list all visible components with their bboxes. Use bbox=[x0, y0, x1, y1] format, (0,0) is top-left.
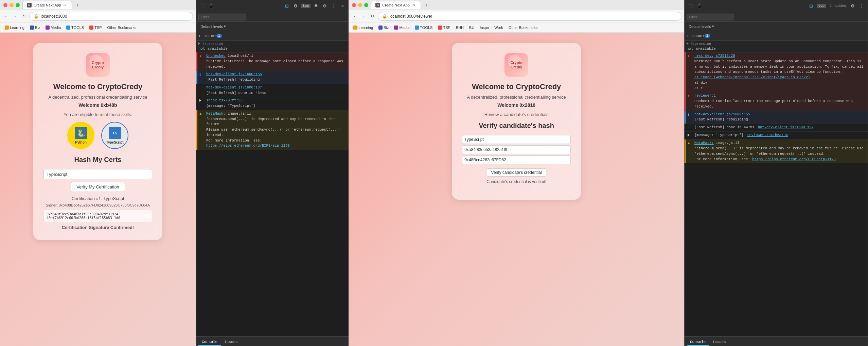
right-bookmark-biz[interactable]: Biz bbox=[376, 25, 391, 30]
left-tab-close[interactable]: × bbox=[63, 3, 68, 7]
right-devtools-settings-btn[interactable]: ⚙ bbox=[849, 3, 856, 10]
left-verify-btn[interactable]: Verify My Certification bbox=[71, 182, 125, 192]
left-log-index-link[interactable]: index.tsx707ff:35 bbox=[206, 98, 243, 102]
left-cert-input[interactable] bbox=[43, 169, 152, 179]
right-console-tab[interactable]: Console bbox=[687, 339, 709, 346]
right-filter-input[interactable] bbox=[687, 14, 734, 20]
right-bookmark-tsp[interactable]: TSP bbox=[436, 25, 452, 30]
left-log-object-1: index.tsx707ff:35 {message: 'TypeScript'… bbox=[196, 97, 349, 110]
left-tab-favicon: N bbox=[27, 3, 32, 7]
right-bookmark-tools[interactable]: TOOLS bbox=[413, 25, 435, 30]
right-maximize-btn[interactable] bbox=[364, 3, 368, 7]
right-bookmark-bhh[interactable]: BHH bbox=[454, 25, 466, 30]
right-verify-cred-btn[interactable]: Verify candidate's credential bbox=[487, 168, 546, 177]
left-bookmark-biz[interactable]: Biz bbox=[28, 25, 42, 30]
left-devtools-inspect-btn[interactable]: ⬚ bbox=[199, 3, 206, 10]
right-bookmark-bu[interactable]: BU bbox=[467, 25, 476, 30]
right-devtools-device-btn[interactable]: 📱 bbox=[696, 3, 703, 10]
right-log-metamask-link[interactable]: MetaMask: bbox=[694, 141, 714, 145]
left-log-eip-link[interactable]: https://eips.ethereum.org/EIPS/eip-1193 bbox=[206, 144, 290, 148]
right-log-expand-icon[interactable] bbox=[688, 134, 690, 136]
right-log-object-1: {message: 'TypeScript'} reviewer.tsx7b6a… bbox=[685, 132, 868, 140]
right-verify-field1[interactable] bbox=[462, 135, 571, 144]
right-log-info-1: ℹ hot-dev-client.js71600:155 [Fast Refre… bbox=[685, 111, 868, 124]
right-devtools-more-btn[interactable]: ⋮ bbox=[858, 3, 865, 10]
left-devtools-toolbar: ⬚ 📱 ⊞ ⚙ top 👁 ⚙ ⋮ × bbox=[196, 0, 349, 12]
right-url-box[interactable]: 🔒 localhost:3000/reviewer bbox=[378, 12, 681, 21]
right-forward-btn[interactable]: › bbox=[360, 13, 367, 20]
right-bookmark-learning[interactable]: Learning bbox=[351, 25, 375, 30]
left-cert-signer: Signer: 0xb488Bcd4262e67FD8241609326C736… bbox=[43, 203, 152, 207]
left-devtools-more-btn[interactable]: ⋮ bbox=[330, 3, 337, 10]
left-log-link-hotdev2[interactable]: hot-dev-client.js71600:137 bbox=[206, 85, 262, 89]
right-log-eip-link[interactable]: https://eips.ethereum.org/EIPS/eip-1193 bbox=[752, 157, 836, 161]
right-log-hotdev-link[interactable]: hot-dev-client.js71600:155 bbox=[694, 112, 750, 116]
right-bookmark-other[interactable]: Other Bookmarks bbox=[507, 25, 540, 30]
left-bookmark-tools[interactable]: TOOLS bbox=[64, 25, 86, 30]
left-close-btn[interactable] bbox=[3, 3, 7, 7]
left-forward-btn[interactable]: › bbox=[12, 13, 18, 20]
left-log-expand-icon[interactable] bbox=[199, 99, 201, 102]
right-bookmark-inspo[interactable]: Inspo bbox=[478, 25, 491, 30]
right-minimize-btn[interactable] bbox=[358, 3, 362, 7]
right-verify-field3[interactable] bbox=[462, 155, 571, 164]
left-log-link-image[interactable]: MetaMask: bbox=[206, 112, 226, 116]
right-bm-bu-label: BU bbox=[469, 26, 474, 30]
right-back-btn[interactable]: ‹ bbox=[351, 13, 358, 20]
left-devtools-eye-btn[interactable]: 👁 bbox=[313, 3, 319, 10]
left-minimize-btn[interactable] bbox=[10, 3, 14, 7]
right-bookmark-media[interactable]: Media bbox=[392, 25, 411, 30]
left-refresh-btn[interactable]: ↻ bbox=[20, 13, 27, 20]
left-log-link-hotdev[interactable]: hot-dev-client.js71600:155 bbox=[206, 72, 262, 76]
left-log-object-text-1: index.tsx707ff:35 {message: 'TypeScript'… bbox=[206, 98, 347, 109]
left-log-link-unchecked[interactable]: Unchecked bbox=[206, 54, 226, 58]
left-new-tab-btn[interactable]: + bbox=[74, 1, 82, 9]
left-devtools-settings-btn[interactable]: ⚙ bbox=[321, 3, 328, 10]
right-default-levels-btn[interactable]: Default levels ▾ bbox=[687, 23, 716, 29]
right-log-hotdev-link2[interactable]: hot-dev-client.js71600:137 bbox=[758, 125, 814, 129]
left-url-box[interactable]: 🔒 localhost:3000 bbox=[29, 12, 193, 21]
right-active-tab[interactable]: N Create Next App × bbox=[371, 1, 421, 9]
left-bookmark-media[interactable]: Media bbox=[43, 25, 63, 30]
right-filter-row bbox=[685, 12, 868, 22]
right-bookmark-work[interactable]: Work bbox=[492, 25, 505, 30]
right-refresh-btn[interactable]: ↻ bbox=[369, 13, 376, 20]
left-devtools-close-btn[interactable]: × bbox=[339, 3, 346, 10]
right-verify-field2[interactable] bbox=[462, 145, 571, 154]
left-active-tab[interactable]: N Create Next App × bbox=[22, 1, 72, 9]
right-close-btn[interactable] bbox=[352, 3, 356, 7]
left-bookmark-learning[interactable]: Learning bbox=[3, 25, 26, 30]
left-issues-tab[interactable]: Issues bbox=[221, 339, 241, 346]
right-tab-close[interactable]: × bbox=[412, 3, 417, 7]
left-python-icon: 🐍 bbox=[75, 127, 87, 139]
left-url-text: localhost:3000 bbox=[41, 14, 67, 19]
right-log-webpack-link[interactable]: at image (webpack-internal:///./client/i… bbox=[694, 75, 810, 79]
left-typescript-icon: TS bbox=[109, 127, 121, 139]
left-default-levels-label: Default levels bbox=[200, 24, 223, 29]
left-window-controls bbox=[3, 3, 20, 7]
left-filter-input[interactable] bbox=[198, 14, 246, 20]
left-bookmarks-bar: Learning Biz Media TOOLS TSP Other Bookm… bbox=[0, 22, 196, 33]
left-console-tab[interactable]: Console bbox=[198, 339, 221, 346]
left-default-levels-btn[interactable]: Default levels ▾ bbox=[198, 23, 228, 29]
right-devtools-console-btn[interactable]: ⊞ bbox=[808, 3, 815, 10]
right-devtools-inspect-btn[interactable]: ⬚ bbox=[687, 3, 694, 10]
left-devtools-console-btn[interactable]: ⊞ bbox=[283, 3, 290, 10]
left-devtools-sources-btn[interactable]: ⚙ bbox=[292, 3, 299, 10]
left-log-normal-icon-1 bbox=[199, 85, 204, 96]
left-maximize-btn[interactable] bbox=[16, 3, 20, 7]
left-expression-section: Expression not available bbox=[196, 41, 349, 52]
left-devtools-device-btn[interactable]: 📱 bbox=[208, 3, 215, 10]
left-card-title: Welcome to CryptoCredy bbox=[43, 82, 152, 91]
right-log-reviewer-tsx-link[interactable]: reviewer.tsx7b6a:36 bbox=[747, 133, 788, 137]
left-bookmark-other[interactable]: Other Bookmarks bbox=[105, 25, 139, 30]
left-page-content: CryptoCredly Welcome to CryptoCredy A de… bbox=[0, 33, 196, 346]
right-log-nextdev-link[interactable]: next-dev.js73515:25 bbox=[694, 54, 735, 58]
right-log-reviewer-link[interactable]: reviewer:1 bbox=[694, 94, 716, 98]
right-chevron-icon: ▾ bbox=[712, 24, 714, 29]
right-new-tab-btn[interactable]: + bbox=[422, 1, 430, 9]
left-bookmark-tsp[interactable]: TSP bbox=[87, 25, 104, 30]
left-back-btn[interactable]: ‹ bbox=[3, 13, 10, 20]
right-issues-tab[interactable]: Issues bbox=[709, 339, 729, 346]
right-log-error-text-react: next-dev.js73515:25 Warning: Can't perfo… bbox=[694, 53, 866, 91]
